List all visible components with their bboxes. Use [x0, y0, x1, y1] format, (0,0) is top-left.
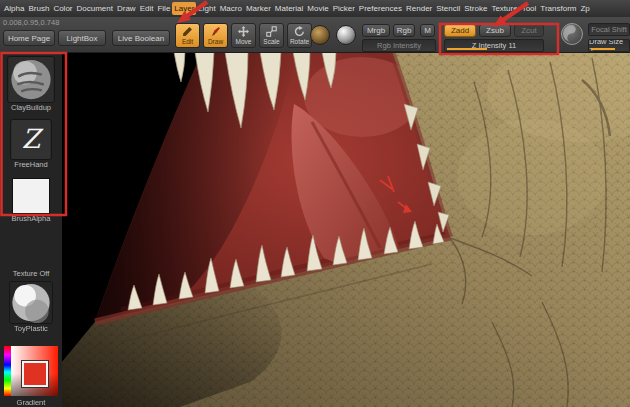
saturation-value-box[interactable] — [11, 346, 58, 396]
menu-bar: Alpha Brush Color Document Draw Edit Fil… — [0, 0, 630, 17]
current-material-thumbnail[interactable] — [9, 281, 53, 324]
menu-marker[interactable]: Marker — [244, 2, 273, 15]
current-brush-thumbnail[interactable] — [7, 56, 55, 103]
brush-icon — [210, 26, 221, 37]
draw-button[interactable]: Draw — [203, 23, 228, 48]
current-stroke-thumbnail[interactable]: Z — [10, 119, 52, 160]
alpha-name-label: BrushAlpha — [12, 214, 51, 223]
draw-size-slider[interactable]: Draw Size 2 — [588, 39, 630, 52]
zcut-button[interactable]: Zcut — [514, 24, 544, 37]
rgb-intensity-slider[interactable]: Rgb Intensity — [362, 39, 436, 52]
m-button[interactable]: M — [420, 24, 435, 37]
zadd-button[interactable]: Zadd — [444, 24, 476, 37]
menu-movie[interactable]: Movie — [305, 2, 330, 15]
draw-button-label: Draw — [208, 38, 223, 45]
rotate-icon — [294, 26, 305, 37]
focal-shift-slider[interactable]: Focal Shift — [588, 23, 630, 36]
menu-layer[interactable]: Layer — [172, 2, 196, 15]
menu-macro[interactable]: Macro — [218, 2, 244, 15]
current-alpha-thumbnail[interactable] — [12, 178, 50, 213]
move-icon — [238, 26, 249, 37]
top-shelf: 0.008,0.95,0.748 Home Page LightBox Live… — [0, 17, 630, 53]
move-button-label: Move — [236, 38, 252, 45]
coordinate-readout: 0.008,0.95,0.748 — [3, 18, 59, 27]
current-color-swatch[interactable] — [22, 361, 48, 387]
home-page-button[interactable]: Home Page — [3, 30, 55, 46]
menu-tool[interactable]: Tool — [520, 2, 539, 15]
menu-document[interactable]: Document — [75, 2, 115, 15]
menu-draw[interactable]: Draw — [115, 2, 138, 15]
z-intensity-slider[interactable]: Z Intensity 11 — [444, 39, 544, 52]
menu-light[interactable]: Light — [196, 2, 217, 15]
menu-stencil[interactable]: Stencil — [434, 2, 462, 15]
edit-button-label: Edit — [182, 38, 193, 45]
menu-picker[interactable]: Picker — [331, 2, 357, 15]
color-picker[interactable] — [4, 346, 58, 396]
scale-button-label: Scale — [263, 38, 279, 45]
zbrush-window: Alpha Brush Color Document Draw Edit Fil… — [0, 0, 630, 407]
rotate-button-label: Rotate — [290, 38, 309, 45]
menu-stroke[interactable]: Stroke — [462, 2, 489, 15]
live-boolean-button[interactable]: Live Boolean — [112, 30, 170, 46]
menu-transform[interactable]: Transform — [538, 2, 578, 15]
move-button[interactable]: Move — [231, 23, 256, 48]
compass-glyph — [562, 24, 581, 43]
menu-render[interactable]: Render — [404, 2, 434, 15]
rotate-button[interactable]: Rotate — [287, 23, 312, 48]
menu-file[interactable]: File — [155, 2, 172, 15]
mrgb-button[interactable]: Mrgb — [362, 24, 390, 37]
pencil-icon — [182, 26, 193, 37]
stroke-name-label: FreeHand — [14, 160, 47, 169]
menu-edit[interactable]: Edit — [138, 2, 156, 15]
menu-brush[interactable]: Brush — [26, 2, 51, 15]
gradient-label[interactable]: Gradient — [17, 398, 46, 407]
texture-slot-label[interactable]: Texture Off — [13, 269, 50, 278]
menu-preferences[interactable]: Preferences — [357, 2, 404, 15]
material-ring-icon[interactable] — [310, 25, 330, 45]
scale-button[interactable]: Scale — [259, 23, 284, 48]
left-shelf: ClayBuildup Z FreeHand BrushAlpha Textur… — [0, 52, 62, 407]
document-canvas[interactable] — [62, 52, 630, 407]
menu-alpha[interactable]: Alpha — [2, 2, 26, 15]
compass-icon[interactable] — [561, 23, 583, 45]
draw-size-label: Draw Size 2 — [589, 39, 629, 52]
draw-size-fill — [591, 48, 615, 50]
scale-icon — [266, 26, 277, 37]
menu-color[interactable]: Color — [51, 2, 74, 15]
rgb-intensity-label: Rgb Intensity — [377, 41, 421, 50]
edit-button[interactable]: Edit — [175, 23, 200, 48]
hue-strip[interactable] — [4, 346, 11, 396]
z-intensity-fill — [447, 48, 487, 50]
menu-material[interactable]: Material — [273, 2, 305, 15]
brush-name-label: ClayBuildup — [11, 103, 51, 112]
menu-zplugin[interactable]: Zp — [578, 2, 591, 15]
lightbox-button[interactable]: LightBox — [58, 30, 106, 46]
focal-shift-label: Focal Shift — [591, 25, 626, 34]
material-name-label: ToyPlastic — [14, 324, 48, 333]
dinosaur-model — [62, 52, 630, 407]
zsub-button[interactable]: Zsub — [479, 24, 511, 37]
material-sphere-icon[interactable] — [336, 25, 356, 45]
menu-texture[interactable]: Texture — [489, 2, 519, 15]
rgb-button[interactable]: Rgb — [393, 24, 415, 37]
